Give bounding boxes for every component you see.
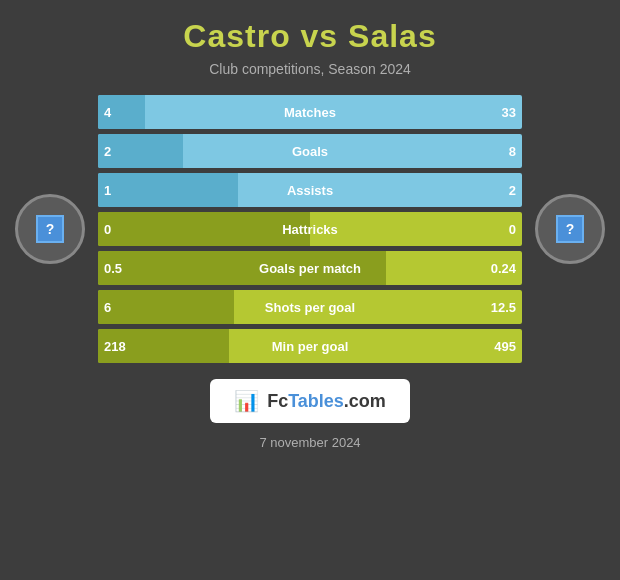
stat-left-value: 0.5 (104, 261, 122, 276)
stat-left-value: 2 (104, 144, 111, 159)
stat-right-value: 8 (509, 144, 516, 159)
stat-label: Shots per goal (265, 300, 355, 315)
right-avatar-circle: ? (535, 194, 605, 264)
stat-row: 6Shots per goal12.5 (98, 290, 522, 324)
bars-container: 4Matches332Goals81Assists20Hattricks00.5… (98, 95, 522, 363)
stat-right-value: 2 (509, 183, 516, 198)
stat-left-value: 4 (104, 105, 111, 120)
left-avatar-circle: ? (15, 194, 85, 264)
stat-row: 0Hattricks0 (98, 212, 522, 246)
stat-right-value: 495 (494, 339, 516, 354)
stat-left-value: 1 (104, 183, 111, 198)
page-subtitle: Club competitions, Season 2024 (209, 61, 411, 77)
stat-right-value: 0.24 (491, 261, 516, 276)
page-title: Castro vs Salas (183, 18, 436, 55)
stat-label: Assists (287, 183, 333, 198)
stat-label: Matches (284, 105, 336, 120)
stat-label: Min per goal (272, 339, 349, 354)
logo-icon: 📊 (234, 389, 259, 413)
stat-right-value: 33 (502, 105, 516, 120)
stat-row: 2Goals8 (98, 134, 522, 168)
date-text: 7 november 2024 (259, 435, 360, 450)
stat-row: 218Min per goal495 (98, 329, 522, 363)
stat-label: Goals (292, 144, 328, 159)
stat-label: Hattricks (282, 222, 338, 237)
stat-row: 4Matches33 (98, 95, 522, 129)
logo-section: 📊 FcTables.com (210, 379, 410, 423)
main-container: Castro vs Salas Club competitions, Seaso… (0, 0, 620, 580)
stat-left-value: 0 (104, 222, 111, 237)
left-player-avatar: ? (10, 129, 90, 329)
stats-section: ? 4Matches332Goals81Assists20Hattricks00… (0, 95, 620, 363)
logo-text: FcTables.com (267, 391, 386, 412)
stat-row: 0.5Goals per match0.24 (98, 251, 522, 285)
left-avatar-placeholder: ? (36, 215, 64, 243)
stat-right-value: 12.5 (491, 300, 516, 315)
stat-right-value: 0 (509, 222, 516, 237)
stat-left-value: 218 (104, 339, 126, 354)
right-player-avatar: ? (530, 129, 610, 329)
stat-row: 1Assists2 (98, 173, 522, 207)
right-avatar-placeholder: ? (556, 215, 584, 243)
stat-left-value: 6 (104, 300, 111, 315)
stat-label: Goals per match (259, 261, 361, 276)
